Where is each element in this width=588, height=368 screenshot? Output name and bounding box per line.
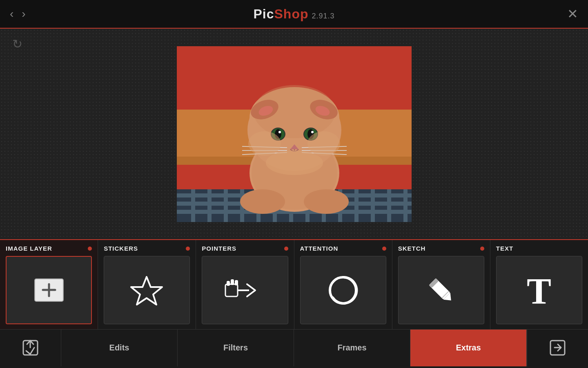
tool-pointers-icon-box[interactable] xyxy=(202,256,288,324)
forward-button[interactable]: › xyxy=(22,7,25,20)
tool-attention-dot xyxy=(382,247,386,251)
svg-marker-55 xyxy=(131,277,162,305)
tool-text[interactable]: TEXT T xyxy=(490,240,588,329)
tab-filters[interactable]: Filters xyxy=(178,330,294,366)
tool-image-layer-dot xyxy=(88,247,92,251)
save-button[interactable] xyxy=(0,330,61,366)
svg-text:T: T xyxy=(527,272,551,309)
tool-stickers[interactable]: STICKERS xyxy=(98,240,196,329)
tool-sketch[interactable]: SKETCH xyxy=(392,240,490,329)
tool-attention[interactable]: ATTENTION xyxy=(294,240,392,329)
tool-pointers-label: POINTERS xyxy=(202,245,236,252)
export-button[interactable] xyxy=(527,330,588,366)
tool-image-layer-label: IMAGE LAYER xyxy=(6,245,52,252)
tool-stickers-label: STICKERS xyxy=(104,245,138,252)
tab-bar: Edits Filters Frames Extras xyxy=(0,329,588,366)
svg-rect-59 xyxy=(231,279,234,285)
svg-rect-58 xyxy=(227,281,230,286)
app-title: PicShop2.91.3 xyxy=(253,7,334,22)
tool-image-layer-icon-box[interactable] xyxy=(6,256,92,324)
tool-sketch-icon-box[interactable] xyxy=(398,256,484,324)
circle-attention-icon xyxy=(327,274,359,307)
canvas-area: ↻ xyxy=(0,29,588,239)
svg-rect-56 xyxy=(225,284,238,296)
svg-point-49 xyxy=(248,131,281,156)
refresh-icon[interactable]: ↻ xyxy=(12,37,22,51)
title-shop: Shop xyxy=(274,7,309,21)
export-icon xyxy=(548,339,567,357)
svg-point-46 xyxy=(240,189,285,214)
tool-pointers[interactable]: POINTERS xyxy=(196,240,294,329)
tool-text-label: TEXT xyxy=(496,245,513,252)
tool-text-icon-box[interactable]: T xyxy=(496,256,582,324)
svg-point-50 xyxy=(307,131,340,156)
tool-strip: IMAGE LAYER STICKERS POINTERS xyxy=(0,239,588,329)
image-preview xyxy=(177,46,412,222)
tool-stickers-dot xyxy=(186,247,190,251)
svg-point-48 xyxy=(266,150,323,175)
pencil-icon xyxy=(425,274,457,307)
app-version: 2.91.3 xyxy=(312,12,334,20)
svg-point-47 xyxy=(304,189,349,214)
tab-frames[interactable]: Frames xyxy=(294,330,410,366)
tab-edits[interactable]: Edits xyxy=(61,330,178,366)
tool-stickers-icon-box[interactable] xyxy=(104,256,190,324)
nav-arrows: ‹ › xyxy=(10,7,26,20)
add-image-icon xyxy=(33,277,65,303)
tool-attention-icon-box[interactable] xyxy=(300,256,386,324)
svg-point-37 xyxy=(278,131,281,133)
tool-sketch-label: SKETCH xyxy=(398,245,426,252)
app-header: ‹ › PicShop2.91.3 ✕ xyxy=(0,0,588,29)
tool-image-layer[interactable]: IMAGE LAYER xyxy=(0,240,98,329)
tool-pointers-dot xyxy=(284,247,288,251)
tab-extras[interactable]: Extras xyxy=(410,330,527,366)
tool-attention-label: ATTENTION xyxy=(300,245,339,252)
pointer-icon xyxy=(225,276,265,305)
text-t-icon: T xyxy=(523,272,555,309)
svg-rect-60 xyxy=(235,280,238,285)
svg-point-38 xyxy=(311,131,314,133)
title-pic: Pic xyxy=(253,7,274,21)
save-icon xyxy=(21,339,40,357)
tool-sketch-dot xyxy=(480,247,484,251)
cat-illustration xyxy=(177,46,412,222)
back-button[interactable]: ‹ xyxy=(10,7,13,20)
star-icon xyxy=(129,275,164,305)
close-button[interactable]: ✕ xyxy=(567,6,578,22)
